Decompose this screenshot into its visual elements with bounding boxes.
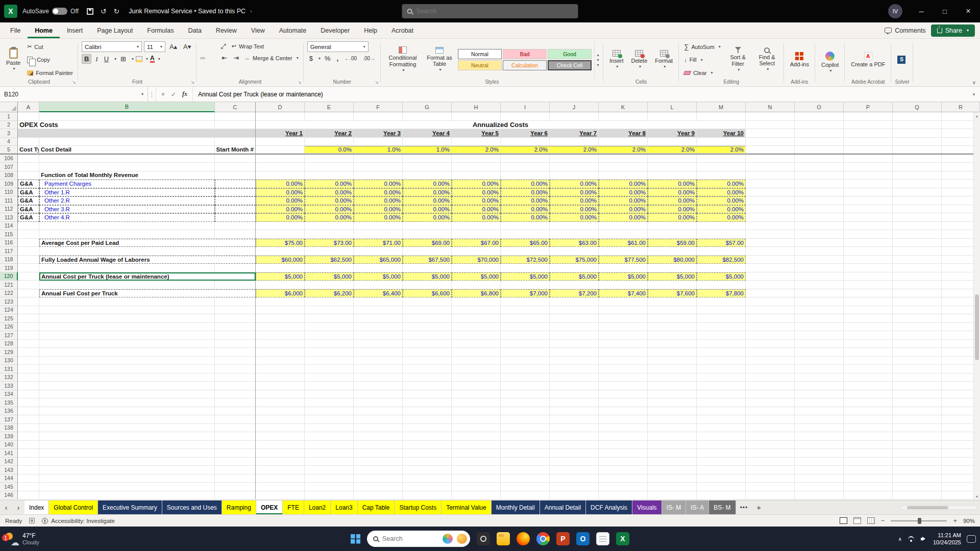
cell-style-calculation[interactable]: Calculation: [503, 60, 547, 70]
cell-G120[interactable]: $5,000: [403, 272, 452, 281]
cell-C117[interactable]: [215, 247, 256, 256]
cell-B107[interactable]: [39, 163, 215, 171]
cell-Q119[interactable]: [893, 264, 942, 272]
cell-E124[interactable]: [305, 306, 354, 315]
fill-color-icon[interactable]: [136, 56, 142, 62]
cell-J124[interactable]: [550, 306, 599, 315]
cell-O110[interactable]: [795, 188, 844, 197]
cell-N112[interactable]: [746, 205, 795, 214]
cell-P118[interactable]: [844, 256, 893, 264]
cell-H106[interactable]: [452, 155, 501, 163]
cell-A136[interactable]: [18, 407, 39, 416]
cell-J126[interactable]: [550, 323, 599, 332]
cell-C113[interactable]: [215, 213, 256, 222]
cell-D131[interactable]: [256, 365, 305, 373]
notification-icon[interactable]: [967, 535, 976, 543]
ribbon-tab-review[interactable]: Review: [209, 22, 244, 38]
cell-O112[interactable]: [795, 205, 844, 214]
cell-A122[interactable]: [18, 289, 39, 298]
cell-J145[interactable]: [550, 483, 599, 491]
cell-M128[interactable]: [697, 340, 746, 348]
cell-style-normal[interactable]: Normal: [458, 49, 502, 59]
cell-O126[interactable]: [795, 323, 844, 332]
cell-N2[interactable]: [746, 121, 795, 130]
cell-N125[interactable]: [746, 314, 795, 323]
cell-M113[interactable]: 0.00%: [697, 213, 746, 222]
cell-C136[interactable]: [215, 407, 256, 416]
cell-K128[interactable]: [599, 340, 648, 348]
cell-A107[interactable]: [18, 163, 39, 171]
cell-I111[interactable]: 0.00%: [501, 196, 550, 205]
cell-I117[interactable]: [501, 247, 550, 256]
cell-M139[interactable]: [697, 432, 746, 441]
cell-N4[interactable]: [746, 138, 795, 146]
cell-P110[interactable]: [844, 188, 893, 197]
cell-G1[interactable]: [403, 112, 452, 121]
ribbon-tab-developer[interactable]: Developer: [313, 22, 357, 38]
sheet-tab-bs-m[interactable]: BS- M: [709, 500, 736, 514]
cell-O2[interactable]: [795, 121, 844, 130]
row-header-134[interactable]: 134: [0, 390, 18, 399]
formula-content[interactable]: Annual Cost per Truck (lease or maintena…: [193, 87, 968, 102]
font-color-icon[interactable]: A: [150, 55, 155, 63]
cell-B108[interactable]: Function of Total Monthly Revenue: [39, 171, 215, 180]
cell-B130[interactable]: [39, 357, 215, 365]
cell-M125[interactable]: [697, 314, 746, 323]
solver-button[interactable]: S: [895, 41, 908, 78]
cell-J137[interactable]: [550, 415, 599, 424]
cell-P126[interactable]: [844, 323, 893, 332]
cell-M124[interactable]: [697, 306, 746, 315]
cell-N144[interactable]: [746, 474, 795, 483]
cell-B131[interactable]: [39, 365, 215, 373]
cell-P3[interactable]: [844, 129, 893, 138]
redo-icon[interactable]: ↻: [114, 7, 120, 15]
cell-B139[interactable]: [39, 432, 215, 441]
cell-B141[interactable]: [39, 449, 215, 458]
cell-P132[interactable]: [844, 373, 893, 382]
cell-H134[interactable]: [452, 390, 501, 399]
cell-L4[interactable]: [648, 138, 697, 146]
cell-M111[interactable]: 0.00%: [697, 196, 746, 205]
cell-I112[interactable]: 0.00%: [501, 205, 550, 214]
cell-C129[interactable]: [215, 348, 256, 357]
ribbon-tab-file[interactable]: File: [3, 22, 28, 38]
cell-A134[interactable]: [18, 390, 39, 399]
cell-I131[interactable]: [501, 365, 550, 373]
cell-M141[interactable]: [697, 449, 746, 458]
cell-L124[interactable]: [648, 306, 697, 315]
cell-L130[interactable]: [648, 357, 697, 365]
cell-M126[interactable]: [697, 323, 746, 332]
cell-E108[interactable]: [305, 171, 354, 180]
cell-K112[interactable]: 0.00%: [599, 205, 648, 214]
cell-A129[interactable]: [18, 348, 39, 357]
cell-J136[interactable]: [550, 407, 599, 416]
cell-J120[interactable]: $5,000: [550, 272, 599, 281]
cell-H114[interactable]: [452, 222, 501, 231]
cell-H113[interactable]: 0.00%: [452, 213, 501, 222]
format-painter-button[interactable]: Format Painter: [26, 68, 75, 78]
cell-G115[interactable]: [403, 230, 452, 239]
cell-I113[interactable]: 0.00%: [501, 213, 550, 222]
cell-O131[interactable]: [795, 365, 844, 373]
cell-N138[interactable]: [746, 424, 795, 433]
cell-J141[interactable]: [550, 449, 599, 458]
cell-K146[interactable]: [599, 491, 648, 500]
paste-button[interactable]: Paste▾: [4, 41, 23, 78]
cell-I124[interactable]: [501, 306, 550, 315]
cell-M143[interactable]: [697, 466, 746, 474]
cell-E140[interactable]: [305, 441, 354, 449]
cell-E117[interactable]: [305, 247, 354, 256]
cell-N5[interactable]: [746, 146, 795, 154]
cell-J5[interactable]: 2.0%: [550, 146, 599, 154]
cell-N1[interactable]: [746, 112, 795, 121]
cell-M3[interactable]: Year 10: [697, 129, 746, 138]
cell-B129[interactable]: [39, 348, 215, 357]
cell-O113[interactable]: [795, 213, 844, 222]
cell-P146[interactable]: [844, 491, 893, 500]
cell-E133[interactable]: [305, 382, 354, 390]
cell-E119[interactable]: [305, 264, 354, 272]
cell-N119[interactable]: [746, 264, 795, 272]
cell-C115[interactable]: [215, 230, 256, 239]
align-bottom-icon[interactable]: [212, 46, 216, 47]
tray-chevron-icon[interactable]: ∧: [898, 536, 902, 542]
